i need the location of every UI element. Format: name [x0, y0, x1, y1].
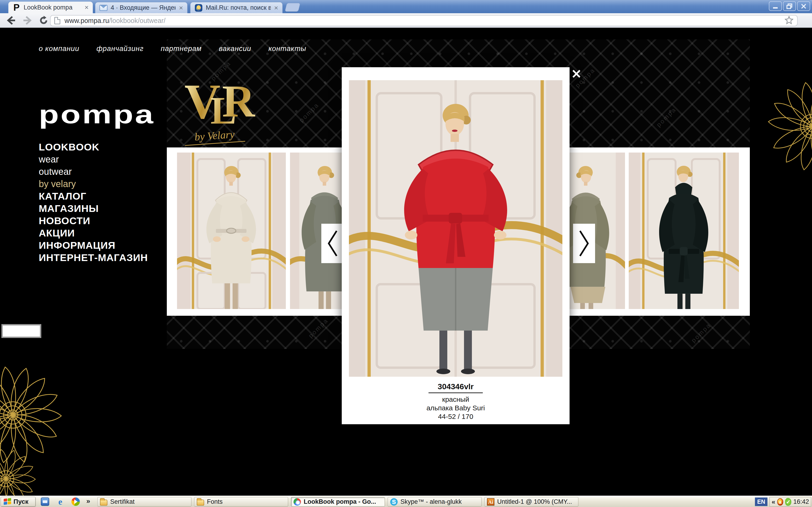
sidebar-item-news[interactable]: НОВОСТИ	[39, 215, 169, 227]
windows-logo-icon	[4, 498, 11, 505]
product-sizes: 44-52 / 170	[342, 412, 569, 421]
tab-close-icon[interactable]: ×	[274, 4, 278, 11]
product-color: красный	[342, 395, 569, 404]
pattern-watermark: pompa	[307, 317, 330, 340]
carousel-photo-black-coat[interactable]	[629, 153, 739, 309]
task-button-illustrator[interactable]: Ai Untitled-1 @ 100% (CMY...	[485, 497, 578, 507]
folder-icon	[100, 500, 107, 506]
close-button[interactable]	[797, 1, 810, 11]
sidebar-item-outwear[interactable]: outwear	[39, 166, 169, 178]
modal-close-icon[interactable]: ✕	[571, 68, 581, 80]
task-label: Skype™ - alena-glukk	[400, 498, 462, 505]
tab-mailru[interactable]: @ Mail.Ru: почта, поиск в инт ×	[190, 2, 283, 13]
tray-clock: 16:42	[793, 498, 809, 505]
quicklaunch-overflow-chevron[interactable]: »	[86, 497, 90, 505]
nav-item-company[interactable]: о компании	[39, 45, 79, 53]
restore-button[interactable]	[783, 1, 796, 11]
carousel-prev-button[interactable]	[321, 224, 343, 263]
product-modal: 304346vlr красный альпака Baby Suri 44-5…	[342, 67, 569, 424]
stray-input-box[interactable]	[1, 324, 41, 338]
gold-flower-top-right	[764, 78, 812, 175]
mailru-icon: @	[195, 4, 203, 12]
vlr-by-velary-logo: V L R by Velary	[185, 76, 254, 146]
url-host: www.pompa.ru	[64, 17, 109, 24]
vlr-byline: by Velary	[184, 127, 245, 146]
product-photo-red-coat	[349, 80, 562, 377]
quicklaunch-ie-icon[interactable]: e	[56, 498, 64, 506]
next-chevron-icon	[578, 229, 590, 257]
carousel-photo-cream-coat[interactable]	[177, 153, 286, 309]
tab-lookbook-pompa[interactable]: P LookBook pompa ×	[8, 2, 93, 13]
task-label: Untitled-1 @ 100% (CMY...	[497, 498, 572, 505]
envelope-icon	[100, 4, 107, 12]
task-button-lookbook-chrome[interactable]: LookBook pompa - Go...	[291, 497, 385, 507]
pompa-favicon-icon: P	[12, 3, 20, 11]
product-material: альпака Baby Suri	[342, 404, 569, 412]
address-bar[interactable]: www.pompa.ru/lookbook/outwear/	[50, 15, 798, 26]
language-indicator[interactable]: EN	[755, 498, 767, 506]
tray-agent-icon[interactable]: a	[777, 498, 783, 506]
task-button-skype[interactable]: S Skype™ - alena-glukk	[388, 497, 481, 507]
tab-close-icon[interactable]: ×	[179, 4, 183, 11]
chrome-icon	[294, 498, 301, 506]
folder-icon	[197, 500, 204, 506]
nav-item-partners[interactable]: партнерам	[161, 45, 202, 53]
tab-title: LookBook pompa	[24, 4, 81, 11]
task-label: LookBook pompa - Go...	[304, 498, 376, 505]
system-tray: « a ✓ 16:42	[769, 497, 811, 507]
tab-title: 4 · Входящие — Яндекс.По	[111, 4, 175, 11]
product-code: 304346vlr	[342, 382, 569, 391]
task-button-fonts[interactable]: Fonts	[194, 497, 288, 507]
browser-titlebar: P LookBook pompa × 4 · Входящие — Яндекс…	[0, 0, 812, 13]
vlr-letter-r: R	[222, 78, 255, 124]
sidebar-item-shops[interactable]: МАГАЗИНЫ	[39, 203, 169, 215]
bookmark-star-icon[interactable]	[784, 16, 794, 25]
quicklaunch-mail-icon[interactable]	[41, 498, 49, 506]
start-button[interactable]: Пуск	[1, 497, 36, 507]
pattern-watermark: pompa	[298, 101, 321, 124]
carousel-next-button[interactable]	[573, 224, 595, 263]
tab-title: Mail.Ru: почта, поиск в инт	[206, 4, 271, 11]
sidebar-item-wear[interactable]: wear	[39, 153, 169, 166]
minimize-button[interactable]	[769, 1, 782, 11]
taskbar: Пуск e » Sertifikat Fonts LookBook pompa…	[0, 496, 812, 507]
tab-close-icon[interactable]: ×	[85, 4, 89, 11]
nav-item-contacts[interactable]: контакты	[268, 45, 306, 53]
nav-item-vacancies[interactable]: вакансии	[219, 45, 251, 53]
sidebar-item-promos[interactable]: АКЦИИ	[39, 227, 169, 239]
pattern-watermark: pompa	[655, 106, 678, 129]
sidebar-item-online-shop[interactable]: ИНТЕРНЕТ-МАГАЗИН	[39, 251, 169, 264]
forward-button[interactable]	[21, 15, 34, 26]
task-button-sertifikat[interactable]: Sertifikat	[97, 497, 191, 507]
browser-toolbar: www.pompa.ru/lookbook/outwear/	[0, 13, 812, 28]
new-tab-button[interactable]	[285, 3, 300, 12]
sidebar-item-catalog[interactable]: КАТАЛОГ	[39, 190, 169, 203]
sidebar-menu: LOOKBOOK wear outwear by velary КАТАЛОГ …	[39, 141, 169, 264]
sidebar-item-info[interactable]: ИНФОРМАЦИЯ	[39, 239, 169, 251]
tray-skype-status-icon[interactable]: ✓	[785, 498, 791, 506]
screen: P LookBook pompa × 4 · Входящие — Яндекс…	[0, 0, 812, 507]
skype-icon: S	[390, 498, 398, 506]
url-text: www.pompa.ru/lookbook/outwear/	[64, 17, 782, 24]
start-label: Пуск	[13, 498, 29, 505]
quicklaunch-mediaplayer-icon[interactable]	[71, 498, 80, 506]
sidebar-item-lookbook[interactable]: LOOKBOOK	[39, 141, 169, 153]
pompa-logo[interactable]: pompa	[39, 102, 169, 127]
tray-collapse-chevron[interactable]: «	[772, 498, 775, 506]
product-info: 304346vlr красный альпака Baby Suri 44-5…	[342, 382, 569, 421]
top-nav: о компании франчайзинг партнерам ваканси…	[39, 45, 306, 53]
back-button[interactable]	[5, 15, 17, 26]
tab-yandex-mail[interactable]: 4 · Входящие — Яндекс.По ×	[95, 2, 188, 13]
sidebar-item-by-velary[interactable]: by velary	[39, 178, 169, 190]
task-label: Fonts	[207, 498, 223, 505]
page-icon	[54, 17, 60, 24]
url-path: /lookbook/outwear/	[109, 17, 165, 24]
reload-button[interactable]	[38, 15, 50, 26]
task-label: Sertifikat	[110, 498, 135, 505]
nav-item-franchise[interactable]: франчайзинг	[97, 45, 144, 53]
product-code-underline	[428, 392, 483, 393]
illustrator-icon: Ai	[487, 498, 494, 506]
window-controls	[769, 1, 810, 11]
prev-chevron-icon	[326, 229, 339, 257]
sidebar: pompa LOOKBOOK wear outwear by velary КА…	[39, 102, 169, 264]
